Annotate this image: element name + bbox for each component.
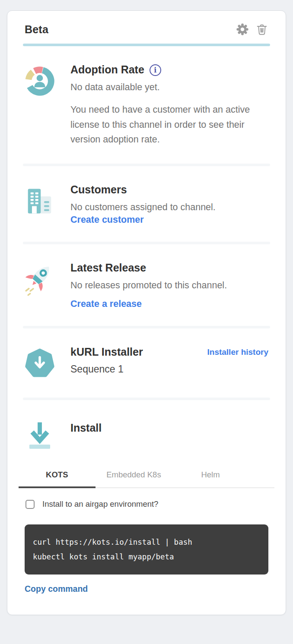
adoption-rate-title: Adoption Rate <box>70 63 144 76</box>
install-command-block: curl https://kots.io/install | bash kube… <box>25 524 268 575</box>
kurl-installer-title: kURL Installer <box>70 346 143 358</box>
kurl-installer-section: kURL Installer Installer history Sequenc… <box>19 328 274 381</box>
airgap-row: Install to an airgap environment? <box>25 499 274 509</box>
adoption-rate-content: Adoption Rate i No data available yet. Y… <box>70 63 268 147</box>
customers-title: Customers <box>70 183 127 196</box>
installer-sequence: Sequence 1 <box>70 363 268 375</box>
install-download-icon <box>25 417 55 453</box>
kurl-installer-content: kURL Installer Installer history Sequenc… <box>70 346 268 381</box>
channel-card: Beta <box>7 10 286 615</box>
tab-helm[interactable]: Helm <box>172 466 249 488</box>
release-rocket-icon <box>25 262 55 297</box>
adoption-rate-section: Adoption Rate i No data available yet. Y… <box>19 46 274 147</box>
header-actions <box>236 23 268 36</box>
install-section: Install <box>19 400 274 453</box>
tab-kots[interactable]: KOTS <box>19 466 96 488</box>
tab-embedded-k8s[interactable]: Embedded K8s <box>96 466 172 488</box>
card-header: Beta <box>19 23 274 36</box>
install-tabs: KOTS Embedded K8s Helm <box>19 466 274 488</box>
install-command-line-1: curl https://kots.io/install | bash <box>33 535 260 549</box>
latest-release-section: Latest Release No releases promoted to t… <box>19 244 274 309</box>
airgap-label: Install to an airgap environment? <box>42 499 158 509</box>
customers-empty-text: No customers assigned to channel. <box>70 200 268 215</box>
customers-content: Customers No customers assigned to chann… <box>70 183 268 225</box>
create-customer-link[interactable]: Create customer <box>70 215 144 225</box>
customers-building-icon <box>25 183 55 219</box>
install-content: Install <box>70 417 268 453</box>
install-title: Install <box>70 422 102 434</box>
channel-title: Beta <box>25 23 48 36</box>
delete-trash-icon[interactable] <box>255 23 268 36</box>
latest-release-title: Latest Release <box>70 262 146 274</box>
kurl-heptagon-icon <box>25 346 55 381</box>
customers-section: Customers No customers assigned to chann… <box>19 166 274 225</box>
airgap-checkbox[interactable] <box>25 500 35 509</box>
latest-release-content: Latest Release No releases promoted to t… <box>70 262 268 309</box>
create-release-link[interactable]: Create a release <box>70 299 142 309</box>
info-icon[interactable]: i <box>150 64 161 76</box>
install-command-line-2: kubectl kots install myapp/beta <box>33 549 260 564</box>
adoption-rate-donut-icon <box>25 63 55 99</box>
adoption-description: You need to have a customer with an acti… <box>70 102 268 147</box>
release-empty-text: No releases promoted to this channel. <box>70 278 268 293</box>
settings-gear-icon[interactable] <box>236 23 249 36</box>
installer-history-link[interactable]: Installer history <box>207 347 269 357</box>
copy-command-link[interactable]: Copy command <box>25 584 88 594</box>
adoption-empty-text: No data available yet. <box>70 80 268 95</box>
